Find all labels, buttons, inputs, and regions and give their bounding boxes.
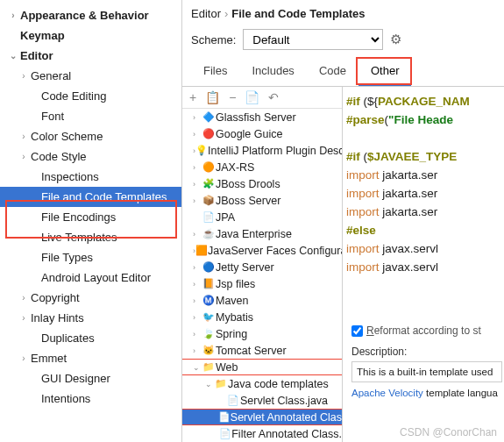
sidebar-item[interactable]: Inspections (0, 167, 181, 187)
tree-node[interactable]: ›📙Jsp files (182, 275, 342, 292)
settings-sidebar: ›Appearance & BehaviorKeymap⌄Editor›Gene… (0, 0, 182, 442)
sidebar-item[interactable]: ›Code Style (0, 146, 181, 167)
description-label: Description: (351, 346, 502, 358)
tree-node[interactable]: ›🧩JBoss Drools (182, 175, 342, 192)
sidebar-item[interactable]: Intentions (0, 389, 181, 409)
sidebar-item[interactable]: GUI Designer (0, 368, 181, 389)
sidebar-item[interactable]: ›Appearance & Behavior (0, 5, 181, 25)
tree-node[interactable]: 📄Filter Annotated Class. (182, 425, 342, 442)
tree-node[interactable]: ›💡IntelliJ Platform Plugin Descr (182, 142, 342, 159)
tree-node[interactable]: ›🔷Glassfish Server (182, 109, 342, 125)
sidebar-item[interactable]: Keymap (0, 25, 181, 46)
description-box: This is a built-in template used (351, 361, 502, 382)
sidebar-item[interactable]: Live Templates (0, 227, 181, 247)
tree-node[interactable]: ›🟠JAX-RS (182, 159, 342, 175)
tree-node[interactable]: ›Ⓜ️Maven (182, 292, 342, 309)
tab-files[interactable]: Files (191, 59, 239, 86)
template-tree: ›🔷Glassfish Server›🔴Google Guice›💡Intell… (182, 109, 342, 442)
toolbar-icon[interactable]: ↶ (268, 90, 279, 104)
tree-node[interactable]: ›☕Java Enterprise (182, 225, 342, 242)
watermark: CSDN @ConorChan (400, 426, 497, 438)
tab-includes[interactable]: Includes (239, 59, 306, 86)
tree-node[interactable]: ›🔵Jetty Server (182, 259, 342, 275)
template-tree-pane: +📋−📄↶ ›🔷Glassfish Server›🔴Google Guice›💡… (182, 87, 343, 442)
breadcrumb: Editor›File and Code Templates (182, 0, 504, 24)
tree-node[interactable]: 📄JPA (182, 209, 342, 225)
sidebar-item[interactable]: ›General (0, 66, 181, 86)
sidebar-item[interactable]: ›Copyright (0, 288, 181, 308)
sidebar-item[interactable]: Font (0, 106, 181, 126)
tree-node[interactable]: ›🐱Tomcat Server (182, 342, 342, 359)
tree-node[interactable]: ›📦JBoss Server (182, 192, 342, 209)
scheme-label: Scheme: (191, 33, 236, 46)
sidebar-item[interactable]: ›Emmet (0, 348, 181, 368)
tab-other[interactable]: Other (358, 59, 412, 86)
tree-node[interactable]: ⌄📁Java code templates (182, 375, 342, 392)
tree-toolbar: +📋−📄↶ (182, 87, 342, 109)
sidebar-item[interactable]: Code Editing (0, 86, 181, 106)
tree-node[interactable]: ›🟧JavaServer Faces Configurati (182, 242, 342, 259)
toolbar-icon[interactable]: + (189, 90, 196, 104)
tree-node[interactable]: 📄Servlet Class.java (182, 392, 342, 409)
toolbar-icon[interactable]: 📋 (205, 90, 220, 104)
gear-icon[interactable]: ⚙ (390, 32, 401, 47)
sidebar-item[interactable]: File and Code Templates (0, 187, 181, 207)
tab-code[interactable]: Code (307, 59, 358, 86)
sidebar-item[interactable]: File Encodings (0, 207, 181, 227)
sidebar-item[interactable]: ›Inlay Hints (0, 308, 181, 328)
toolbar-icon[interactable]: − (229, 90, 236, 104)
template-options: Reformat according to st Description: Th… (351, 324, 502, 398)
reformat-checkbox[interactable]: Reformat according to st (351, 324, 502, 337)
tree-node[interactable]: 📄Servlet Annotated Clas (182, 409, 342, 425)
sidebar-item[interactable]: File Types (0, 247, 181, 267)
tree-node[interactable]: ⌄📁Web (182, 359, 342, 375)
scheme-select[interactable]: Default (243, 29, 383, 50)
sidebar-item[interactable]: ⌄Editor (0, 46, 181, 66)
velocity-link[interactable]: Apache Velocity (351, 388, 423, 398)
tree-node[interactable]: ›🐦Mybatis (182, 309, 342, 325)
tree-node[interactable]: ›🔴Google Guice (182, 125, 342, 142)
sidebar-item[interactable]: Duplicates (0, 328, 181, 348)
tabs: FilesIncludesCodeOther (182, 59, 504, 87)
sidebar-item[interactable]: Android Layout Editor (0, 267, 181, 288)
toolbar-icon[interactable]: 📄 (245, 90, 259, 104)
sidebar-item[interactable]: ›Color Scheme (0, 126, 181, 146)
tree-node[interactable]: ›🍃Spring (182, 325, 342, 342)
